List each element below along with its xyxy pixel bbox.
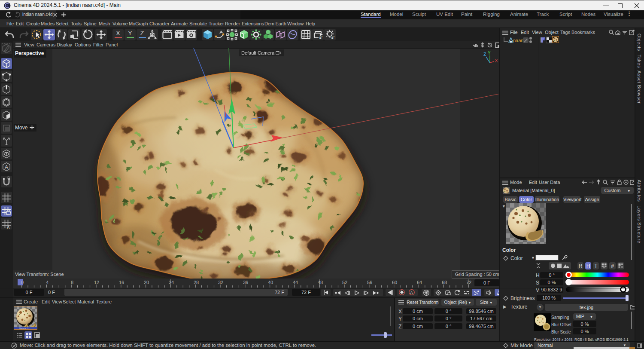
svg-text:ST: ST <box>331 36 335 39</box>
svg-text:Y: Y <box>488 51 491 55</box>
svg-text:ST: ST <box>319 36 323 39</box>
svg-text:A: A <box>410 291 413 295</box>
svg-text:A: A <box>7 225 10 230</box>
svg-text:Material_0: Material_0 <box>19 328 29 330</box>
svg-text:X: X <box>495 58 498 63</box>
svg-text:Z: Z <box>483 52 486 57</box>
svg-text:A: A <box>5 164 8 170</box>
